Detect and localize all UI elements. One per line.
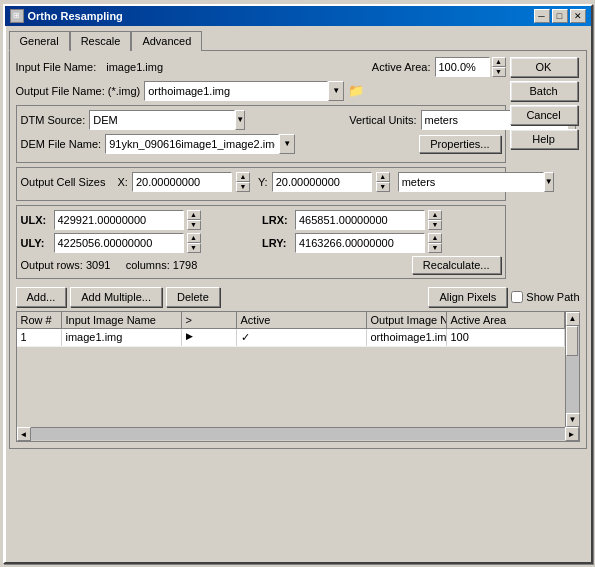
folder-icon[interactable]: 📁 xyxy=(346,81,366,101)
td-output-image: orthoimage1.img xyxy=(367,329,447,346)
add-button[interactable]: Add... xyxy=(16,287,67,307)
lry-up[interactable]: ▲ xyxy=(428,233,442,243)
uly-down[interactable]: ▼ xyxy=(187,243,201,253)
th-input-image: Input Image Name xyxy=(62,312,182,328)
right-buttons: OK Batch Cancel Help xyxy=(510,57,580,283)
lrx-up[interactable]: ▲ xyxy=(428,210,442,220)
y-label: Y: xyxy=(258,176,268,188)
table-container: Row # Input Image Name > Active Output I… xyxy=(16,311,580,442)
x-down[interactable]: ▼ xyxy=(236,182,250,192)
lrx-down[interactable]: ▼ xyxy=(428,220,442,230)
td-arrow: ▶ xyxy=(182,329,237,346)
scroll-down-button[interactable]: ▼ xyxy=(566,413,580,427)
title-bar-left: ⊞ Ortho Resampling xyxy=(10,9,123,23)
lrx-spinner: ▲ ▼ xyxy=(428,210,442,230)
coord-grid: ULX: ▲ ▼ LRX: ▲ xyxy=(21,210,501,253)
scroll-thumb[interactable] xyxy=(566,326,578,356)
dem-file-row: DEM File Name: ▼ Properties... xyxy=(21,134,501,154)
scroll-up-button[interactable]: ▲ xyxy=(566,312,580,326)
x-input[interactable] xyxy=(132,172,232,192)
lry-down[interactable]: ▼ xyxy=(428,243,442,253)
active-area-label: Active Area: xyxy=(372,61,431,73)
td-active: ✓ xyxy=(237,329,367,346)
empty-table-area xyxy=(17,347,565,427)
tab-bar: General Rescale Advanced xyxy=(9,30,587,50)
maximize-button[interactable]: □ xyxy=(552,9,568,23)
tab-advanced[interactable]: Advanced xyxy=(131,31,202,51)
table-row[interactable]: 1 image1.img ▶ ✓ orthoimage1.img 100 xyxy=(17,329,565,347)
uly-up[interactable]: ▲ xyxy=(187,233,201,243)
show-path-wrapper: Show Path xyxy=(511,291,579,303)
td-active-area-val: 100 xyxy=(447,329,565,346)
th-row-num: Row # xyxy=(17,312,62,328)
active-area-down[interactable]: ▼ xyxy=(492,67,506,77)
ulx-up[interactable]: ▲ xyxy=(187,210,201,220)
x-label: X: xyxy=(117,176,127,188)
show-path-label: Show Path xyxy=(526,291,579,303)
lrx-input[interactable] xyxy=(295,210,425,230)
active-area-input[interactable] xyxy=(435,57,490,77)
output-file-input[interactable] xyxy=(144,81,328,101)
dtm-section: DTM Source: ▼ Vertical Units: ▼ xyxy=(16,105,506,163)
minimize-button[interactable]: ─ xyxy=(534,9,550,23)
cancel-button[interactable]: Cancel xyxy=(510,105,578,125)
tab-rescale[interactable]: Rescale xyxy=(70,31,132,51)
output-file-row: Output File Name: (*.img) ▼ 📁 xyxy=(16,81,506,101)
batch-button[interactable]: Batch xyxy=(510,81,578,101)
th-active: Active xyxy=(237,312,367,328)
window-icon: ⊞ xyxy=(10,9,24,23)
vertical-scrollbar: ▲ ▼ xyxy=(565,312,579,427)
title-buttons: ─ □ ✕ xyxy=(534,9,586,23)
dem-file-input[interactable] xyxy=(105,134,279,154)
output-file-dropdown[interactable]: ▼ xyxy=(328,81,344,101)
output-rows-text: Output rows: 3091 columns: 1798 xyxy=(21,259,198,271)
cell-sizes-section: Output Cell Sizes X: ▲ ▼ Y: ▲ ▼ xyxy=(16,167,506,201)
input-file-value: image1.img xyxy=(106,61,163,73)
active-check: ✓ xyxy=(241,331,250,343)
cell-sizes-row: Output Cell Sizes X: ▲ ▼ Y: ▲ ▼ xyxy=(21,172,501,192)
y-down[interactable]: ▼ xyxy=(376,182,390,192)
recalculate-button[interactable]: Recalculate... xyxy=(412,256,501,274)
lry-input[interactable] xyxy=(295,233,425,253)
uly-spinner: ▲ ▼ xyxy=(187,233,201,253)
ulx-input[interactable] xyxy=(54,210,184,230)
table-wrap: Row # Input Image Name > Active Output I… xyxy=(17,312,579,427)
scroll-right-button[interactable]: ► xyxy=(565,427,579,441)
window-content: General Rescale Advanced Input File Name… xyxy=(5,26,591,453)
add-multiple-button[interactable]: Add Multiple... xyxy=(70,287,162,307)
tab-general-content: Input File Name: image1.img Active Area:… xyxy=(9,50,587,449)
coords-section: ULX: ▲ ▼ LRX: ▲ xyxy=(16,205,506,279)
ulx-label: ULX: xyxy=(21,214,51,226)
window-title: Ortho Resampling xyxy=(28,10,123,22)
uly-input[interactable] xyxy=(54,233,184,253)
dem-file-dropdown[interactable]: ▼ xyxy=(279,134,295,154)
uly-label: ULY: xyxy=(21,237,51,249)
vertical-units-label: Vertical Units: xyxy=(349,114,416,126)
help-button[interactable]: Help xyxy=(510,129,578,149)
scroll-left-button[interactable]: ◄ xyxy=(17,427,31,441)
align-pixels-button[interactable]: Align Pixels xyxy=(428,287,507,307)
main-window: ⊞ Ortho Resampling ─ □ ✕ General Rescale… xyxy=(3,4,593,564)
active-area-up[interactable]: ▲ xyxy=(492,57,506,67)
dtm-source-input[interactable] xyxy=(89,110,235,130)
td-row-num: 1 xyxy=(17,329,62,346)
ok-button[interactable]: OK xyxy=(510,57,578,77)
x-up[interactable]: ▲ xyxy=(236,172,250,182)
lry-spinner: ▲ ▼ xyxy=(428,233,442,253)
input-file-label: Input File Name: xyxy=(16,61,97,73)
y-input[interactable] xyxy=(272,172,372,192)
active-area-wrap: ▲ ▼ xyxy=(435,57,506,77)
uly-row: ULY: ▲ ▼ xyxy=(21,233,260,253)
title-bar: ⊞ Ortho Resampling ─ □ ✕ xyxy=(5,6,591,26)
dem-file-label: DEM File Name: xyxy=(21,138,102,150)
lry-label: LRY: xyxy=(262,237,292,249)
ulx-row: ULX: ▲ ▼ xyxy=(21,210,260,230)
close-button[interactable]: ✕ xyxy=(570,9,586,23)
tab-general[interactable]: General xyxy=(9,31,70,51)
dtm-source-dropdown[interactable]: ▼ xyxy=(235,110,245,130)
ulx-down[interactable]: ▼ xyxy=(187,220,201,230)
y-up[interactable]: ▲ xyxy=(376,172,390,182)
delete-button[interactable]: Delete xyxy=(166,287,220,307)
properties-button[interactable]: Properties... xyxy=(419,135,500,153)
show-path-checkbox[interactable] xyxy=(511,291,523,303)
